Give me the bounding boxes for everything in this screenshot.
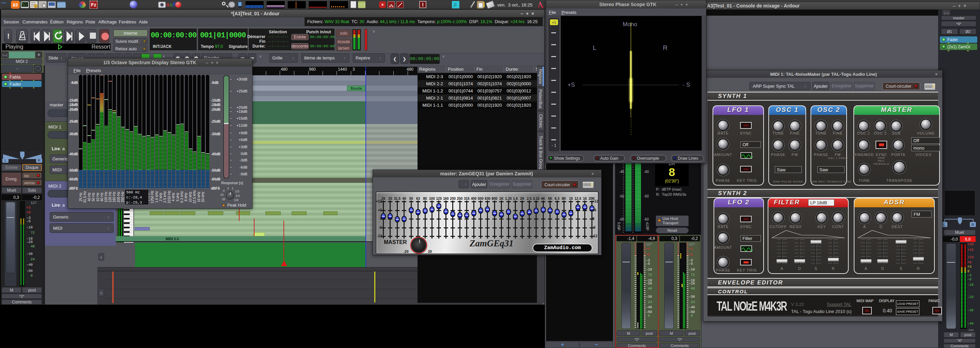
svg-text:!: ! [7,32,10,40]
svg-text:L: L [5,158,6,163]
svg-text:L: L [943,223,945,227]
svg-text:R: R [38,158,40,163]
svg-text:R: R [972,223,974,227]
